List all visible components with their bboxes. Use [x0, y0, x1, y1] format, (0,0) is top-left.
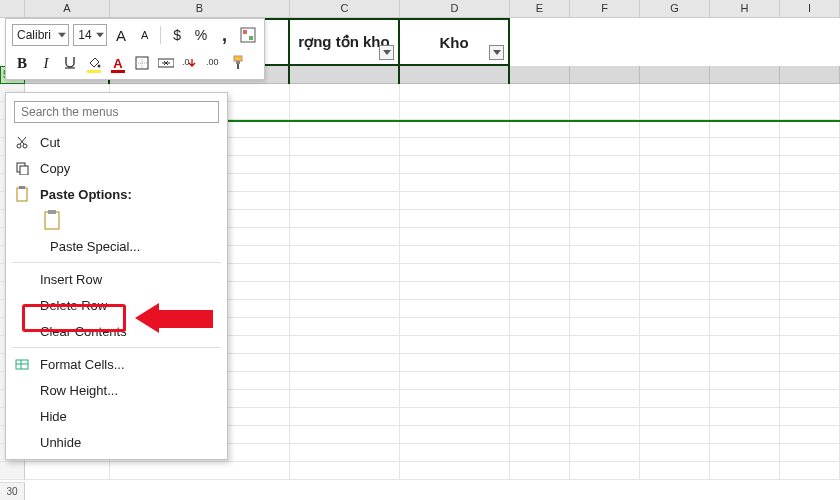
cell[interactable] [510, 84, 570, 102]
cell[interactable] [570, 210, 640, 228]
cell[interactable] [570, 84, 640, 102]
font-color-button[interactable]: A [108, 52, 128, 74]
row-header-30[interactable]: 30 [0, 482, 25, 500]
cell[interactable] [400, 444, 510, 462]
cell[interactable] [640, 426, 710, 444]
filter-button-D[interactable] [489, 45, 504, 60]
cell[interactable] [400, 102, 510, 120]
menu-item-row-height[interactable]: Row Height... [6, 377, 227, 403]
cell[interactable] [780, 264, 840, 282]
cell[interactable] [400, 408, 510, 426]
cell[interactable] [640, 444, 710, 462]
col-header-G[interactable]: G [640, 0, 710, 18]
cell[interactable] [510, 318, 570, 336]
cell[interactable] [290, 390, 400, 408]
cell[interactable] [290, 210, 400, 228]
menu-item-copy[interactable]: Copy [6, 155, 227, 181]
cell[interactable] [780, 318, 840, 336]
grid-row[interactable] [25, 462, 840, 480]
cell[interactable] [640, 300, 710, 318]
cell[interactable] [640, 282, 710, 300]
cell[interactable] [710, 372, 780, 390]
cell[interactable] [400, 264, 510, 282]
cell[interactable] [290, 318, 400, 336]
cell[interactable] [510, 138, 570, 156]
cell[interactable] [510, 354, 570, 372]
col-header-F[interactable]: F [570, 0, 640, 18]
cell[interactable] [780, 336, 840, 354]
cell[interactable] [570, 336, 640, 354]
cell[interactable] [290, 84, 400, 102]
cell[interactable] [510, 444, 570, 462]
cell[interactable] [290, 120, 400, 138]
format-painter-button[interactable] [228, 52, 248, 74]
italic-button[interactable]: I [36, 52, 56, 74]
cell[interactable] [710, 210, 780, 228]
decrease-font-button[interactable]: A [135, 24, 155, 46]
cell[interactable] [640, 462, 710, 480]
comma-format-button[interactable]: , [215, 24, 235, 46]
cell[interactable] [780, 174, 840, 192]
cell[interactable] [710, 336, 780, 354]
cell[interactable] [570, 408, 640, 426]
cell[interactable] [780, 210, 840, 228]
menu-search[interactable] [14, 101, 219, 123]
cell[interactable] [640, 174, 710, 192]
cell[interactable] [640, 138, 710, 156]
cell[interactable] [570, 354, 640, 372]
cell[interactable] [290, 174, 400, 192]
cell[interactable] [400, 84, 510, 102]
cell[interactable] [780, 120, 840, 138]
cell[interactable] [780, 426, 840, 444]
cell[interactable] [640, 102, 710, 120]
cell[interactable] [510, 228, 570, 246]
cell[interactable] [290, 354, 400, 372]
menu-item-cut[interactable]: Cut [6, 129, 227, 155]
cell[interactable] [290, 102, 400, 120]
cell[interactable] [780, 444, 840, 462]
paste-default-button[interactable] [40, 207, 66, 233]
cell[interactable] [640, 228, 710, 246]
cell[interactable] [510, 462, 570, 480]
cell[interactable] [640, 390, 710, 408]
cell[interactable] [710, 264, 780, 282]
cell[interactable] [570, 174, 640, 192]
cell[interactable] [570, 318, 640, 336]
cell[interactable] [400, 318, 510, 336]
cell[interactable] [640, 120, 710, 138]
merge-center-button[interactable] [156, 52, 176, 74]
cell[interactable] [640, 210, 710, 228]
cell[interactable] [780, 354, 840, 372]
currency-format-button[interactable]: $ [167, 24, 187, 46]
cell[interactable] [570, 192, 640, 210]
cell[interactable] [710, 156, 780, 174]
cell[interactable] [710, 444, 780, 462]
cell[interactable] [570, 138, 640, 156]
menu-item-insert-row[interactable]: Insert Row [6, 266, 227, 292]
cell[interactable] [640, 318, 710, 336]
cell[interactable] [710, 84, 780, 102]
menu-search-input[interactable] [14, 101, 219, 123]
cell[interactable] [400, 174, 510, 192]
cell[interactable] [290, 444, 400, 462]
col-header-C[interactable]: C [290, 0, 400, 18]
cell[interactable] [400, 390, 510, 408]
cell[interactable] [290, 192, 400, 210]
cell[interactable] [510, 300, 570, 318]
cell[interactable] [570, 282, 640, 300]
cell[interactable] [710, 102, 780, 120]
cell[interactable] [780, 282, 840, 300]
table-header-cell-D[interactable]: Kho [400, 18, 510, 66]
cell[interactable] [290, 336, 400, 354]
cell[interactable] [710, 354, 780, 372]
cell[interactable] [570, 300, 640, 318]
cell[interactable] [290, 372, 400, 390]
bold-button[interactable]: B [12, 52, 32, 74]
cell[interactable] [780, 390, 840, 408]
cell[interactable] [780, 84, 840, 102]
font-name-select[interactable]: Calibri [12, 24, 69, 46]
cell[interactable] [570, 426, 640, 444]
cell[interactable] [780, 300, 840, 318]
select-all-corner[interactable] [0, 0, 25, 18]
cell[interactable] [640, 336, 710, 354]
